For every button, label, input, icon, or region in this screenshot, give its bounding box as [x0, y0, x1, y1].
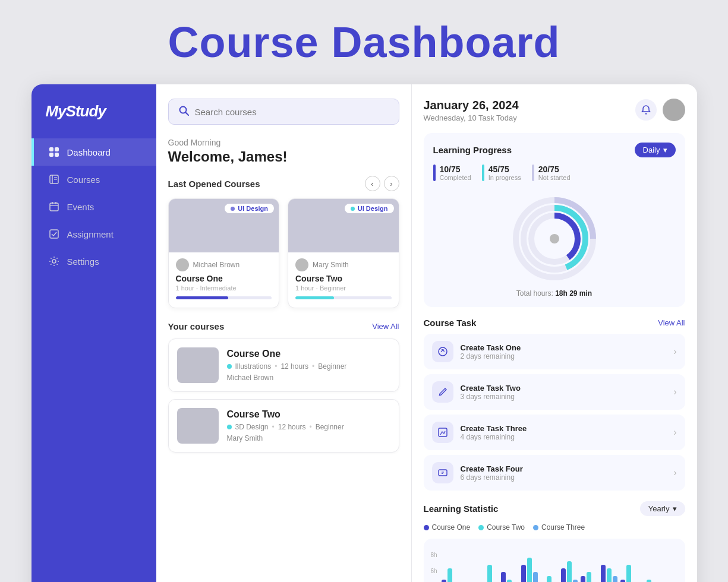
your-course-hours-2: 12 hours — [278, 423, 306, 431]
stat-section: Learning Statistic Yearly ▾ Course One — [424, 501, 685, 582]
nav-arrows: ‹ › — [365, 176, 399, 191]
stat-inprogress: 45/75 In progress — [482, 165, 521, 181]
sidebar-item-assignment[interactable]: Assignment — [31, 220, 156, 248]
svg-point-23 — [550, 234, 559, 243]
your-course-tags-2: 3D Design • 12 hours • Beginner — [227, 423, 390, 431]
your-course-item-2[interactable]: Course Two 3D Design • 12 hours • Beginn… — [168, 399, 399, 453]
bar-chart-container — [441, 546, 678, 582]
stat-val-inprogress: 45/75 — [489, 165, 521, 174]
svg-rect-26 — [439, 470, 447, 476]
sidebar-item-events[interactable]: Events — [31, 193, 156, 220]
legend-item-3: Course Three — [533, 523, 585, 532]
task-name-3: Create Task Three — [461, 424, 667, 433]
progress-bar-fill-2 — [295, 296, 334, 299]
sidebar-item-dashboard[interactable]: Dashboard — [31, 138, 156, 166]
check-square-icon — [48, 228, 60, 240]
legend-dot-2 — [478, 525, 484, 530]
course-card-1[interactable]: UI Design Michael Brown Course One 1 hou… — [168, 198, 280, 308]
search-input[interactable] — [195, 107, 389, 117]
date-main: January 26, 2024 — [424, 99, 519, 112]
stat-bar-inprogress — [482, 165, 484, 181]
bar-group-4 — [521, 558, 538, 582]
left-panel: Good Morning Welcome, James! Last Opened… — [156, 84, 412, 582]
last-opened-title: Last Opened Courses — [168, 179, 260, 189]
greeting-main: Welcome, James! — [168, 148, 399, 165]
bar-group-1 — [461, 558, 478, 582]
your-course-category-1: Illustrations — [235, 362, 272, 371]
sidebar-item-label: Dashboard — [67, 147, 111, 157]
task-days-1: 2 days remaining — [461, 352, 667, 360]
course-name-1: Course One — [176, 274, 272, 283]
legend-item-2: Course Two — [478, 523, 525, 532]
task-header: Course Task View All — [424, 318, 685, 328]
bar-5-1 — [547, 576, 551, 582]
sidebar-item-courses[interactable]: Courses — [31, 166, 156, 193]
bar-7-1 — [587, 572, 591, 582]
task-icon-2 — [432, 381, 453, 403]
author-name-1: Michael Brown — [193, 261, 240, 269]
bar-4-1 — [527, 558, 532, 582]
task-item-2[interactable]: Create Task Two 3 days remaining › — [424, 374, 685, 410]
task-view-all[interactable]: View All — [658, 318, 685, 327]
bar-chart-area: 0h 2h 4h 6h 8h JanFebMarA — [424, 539, 685, 582]
stat-label-completed: Completed — [440, 174, 471, 181]
course-author-row-1: Michael Brown — [176, 258, 272, 271]
next-arrow[interactable]: › — [384, 176, 399, 191]
stat-completed: 10/75 Completed — [433, 165, 471, 181]
svg-point-13 — [52, 260, 56, 263]
total-hours-value: 18h 29 min — [555, 289, 592, 298]
your-courses-view-all[interactable]: View All — [372, 322, 399, 331]
lp-title: Learning Progress — [433, 145, 512, 155]
your-course-level-2: Beginner — [316, 423, 344, 431]
sidebar: MyStudy Dashboard — [31, 84, 156, 582]
sidebar-logo: MyStudy — [31, 102, 156, 138]
sidebar-item-label: Settings — [67, 257, 99, 267]
task-title: Course Task — [424, 318, 477, 328]
lp-filter-btn[interactable]: Daily ▾ — [635, 143, 676, 157]
legend-label-2: Course Two — [487, 523, 525, 532]
cat-dot-2 — [227, 425, 232, 429]
task-item-3[interactable]: Create Task Three 4 days remaining › — [424, 415, 685, 450]
task-name-2: Create Task Two — [461, 384, 667, 393]
user-avatar[interactable] — [663, 99, 685, 121]
stat-label-inprogress: In progress — [489, 174, 521, 181]
task-chevron-2: › — [673, 387, 676, 397]
your-course-info-2: Course Two 3D Design • 12 hours • Beginn… — [227, 409, 390, 442]
stat-val-completed: 10/75 — [440, 165, 471, 174]
author-avatar-1 — [176, 258, 189, 271]
bar-group-7 — [580, 558, 598, 582]
sidebar-item-settings[interactable]: Settings — [31, 248, 156, 275]
bar-0-0 — [442, 580, 446, 582]
sidebar-nav: Dashboard Courses — [31, 138, 156, 582]
your-course-hours-1: 12 hours — [281, 362, 308, 371]
progress-stats: 10/75 Completed 45/75 In progress — [433, 165, 676, 181]
content-split: Good Morning Welcome, James! Last Opened… — [156, 84, 697, 582]
your-course-item-1[interactable]: Course One Illustrations • 12 hours • Be… — [168, 339, 399, 392]
svg-line-16 — [185, 113, 188, 116]
page-title: Course Dashboard — [168, 18, 560, 67]
right-header: January 26, 2024 Wednesday, 10 Task Toda… — [424, 99, 685, 122]
course-meta-1: 1 hour - Intermediate — [176, 284, 272, 292]
donut-area — [433, 188, 676, 286]
bar-7-0 — [581, 576, 585, 582]
bar-group-8 — [600, 558, 618, 582]
course-tag-1: UI Design — [225, 204, 274, 213]
task-chevron-1: › — [673, 346, 676, 357]
progress-bar-bg-2 — [295, 296, 392, 299]
course-card-img-2: UI Design — [288, 199, 399, 252]
task-chevron-4: › — [673, 467, 676, 478]
yearly-filter-btn[interactable]: Yearly ▾ — [640, 501, 685, 516]
bell-icon[interactable] — [635, 99, 657, 121]
course-card-2[interactable]: UI Design Mary Smith Course Two 1 hour -… — [288, 198, 399, 308]
task-item-4[interactable]: Create Task Four 6 days remaining › — [424, 455, 685, 491]
your-course-author-2: Mary Smith — [227, 434, 390, 442]
chart-legend: Course One Course Two Course Three — [424, 523, 685, 532]
task-item-1[interactable]: Create Task One 2 days remaining › — [424, 334, 685, 369]
prev-arrow[interactable]: ‹ — [365, 176, 380, 191]
bar-group-9 — [620, 558, 638, 582]
tag-dot-2 — [351, 207, 355, 211]
legend-dot-3 — [533, 525, 538, 530]
task-section: Course Task View All Create Task One — [424, 318, 685, 491]
your-course-tags-1: Illustrations • 12 hours • Beginner — [227, 362, 390, 371]
bar-10-1 — [647, 580, 651, 582]
